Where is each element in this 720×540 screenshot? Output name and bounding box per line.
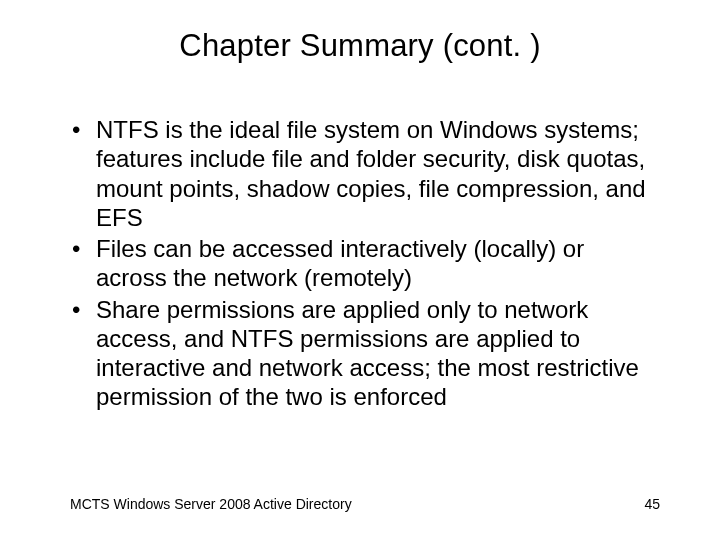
bullet-item: NTFS is the ideal file system on Windows… — [70, 115, 660, 232]
bullet-item: Files can be accessed interactively (loc… — [70, 234, 660, 293]
bullet-text: NTFS is the ideal file system on Windows… — [96, 116, 646, 231]
bullet-list: NTFS is the ideal file system on Windows… — [70, 115, 660, 412]
bullet-text: Share permissions are applied only to ne… — [96, 296, 639, 411]
slide-body: NTFS is the ideal file system on Windows… — [70, 115, 660, 414]
slide-title: Chapter Summary (cont. ) — [0, 28, 720, 64]
bullet-item: Share permissions are applied only to ne… — [70, 295, 660, 412]
bullet-text: Files can be accessed interactively (loc… — [96, 235, 584, 291]
slide: Chapter Summary (cont. ) NTFS is the ide… — [0, 0, 720, 540]
footer-source: MCTS Windows Server 2008 Active Director… — [70, 496, 352, 512]
page-number: 45 — [644, 496, 660, 512]
